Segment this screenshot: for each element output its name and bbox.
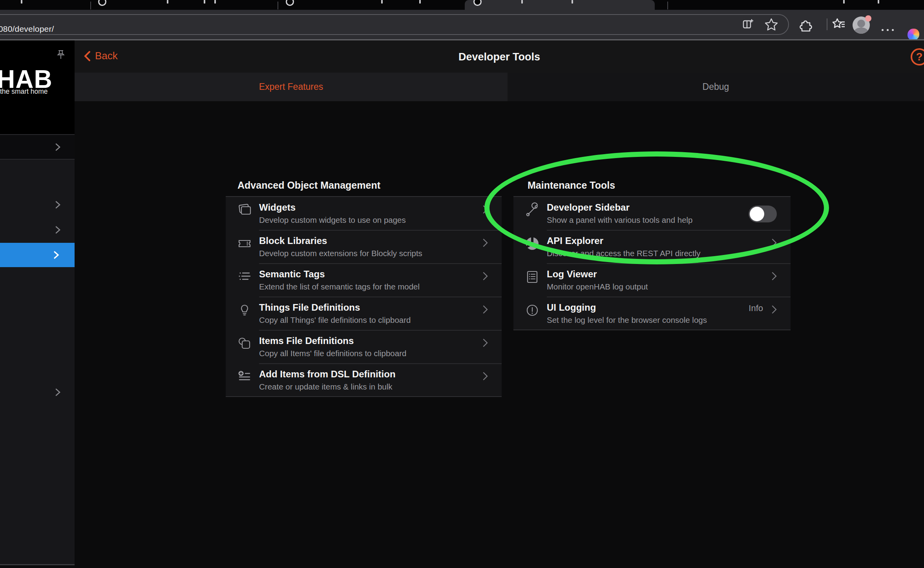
active-browser-tab[interactable] (465, 0, 655, 10)
item-subtitle: Copy all Things' file definitions to cli… (259, 315, 411, 325)
list-item-add-items-dsl[interactable]: Add Items from DSL Definition Create or … (226, 364, 502, 397)
add-items-icon (236, 369, 253, 385)
item-subtitle: Copy all Items' file definitions to clip… (259, 349, 406, 358)
pin-icon[interactable] (55, 49, 67, 61)
tab-title-fragment (843, 0, 845, 4)
tab-separator (278, 2, 278, 9)
chevron-right-icon (480, 237, 491, 248)
alert-circle-icon (524, 302, 541, 319)
logo-tagline: the smart home (0, 87, 48, 96)
extensions-icon[interactable] (798, 17, 813, 32)
tab-label: Expert Features (259, 82, 323, 92)
profile-status-dot (865, 15, 871, 22)
block-libraries-icon (236, 235, 253, 252)
item-subtitle: Develop custom extensions for Blockly sc… (259, 249, 422, 258)
items-file-icon (236, 335, 253, 352)
chevron-right-icon (480, 337, 491, 348)
item-subtitle: Monitor openHAB log output (547, 282, 648, 291)
item-title: Semantic Tags (259, 269, 325, 280)
sidebar-item[interactable] (53, 225, 63, 235)
annotation-ellipse (484, 151, 829, 264)
tab-title-fragment (21, 0, 22, 4)
tab-title-fragment (214, 0, 216, 4)
sidebar-item[interactable] (0, 135, 75, 159)
section-title: Advanced Object Management (237, 180, 380, 191)
sidebar-item-active[interactable] (0, 243, 75, 267)
browser-toolbar: :8080/developer/ (0, 10, 924, 39)
tab-title-fragment (572, 0, 573, 4)
url-text[interactable]: :8080/developer/ (0, 24, 54, 34)
page-header: Back Developer Tools ? (75, 40, 924, 73)
tab-title-fragment (167, 0, 168, 4)
chevron-right-icon (51, 250, 61, 260)
sidebar: HAB the smart home (0, 40, 75, 568)
item-title: Block Libraries (259, 235, 327, 246)
sidebar-item[interactable] (53, 387, 63, 397)
item-subtitle: Create or update items & links in bulk (259, 382, 393, 391)
more-menu-icon[interactable] (880, 26, 895, 33)
page-title: Developer Tools (75, 51, 924, 63)
item-subtitle: Develop custom widgets to use on pages (259, 215, 406, 225)
favorites-list-icon[interactable] (831, 17, 846, 32)
copilot-icon[interactable] (908, 29, 919, 40)
semantic-tags-icon (236, 269, 253, 285)
tab-expert-features[interactable]: Expert Features (75, 73, 508, 101)
sidebar-item[interactable] (53, 200, 63, 210)
sidebar-divider (0, 159, 75, 160)
tab-debug[interactable]: Debug (508, 73, 924, 101)
chevron-right-icon (769, 304, 780, 315)
address-bar[interactable]: :8080/developer/ (0, 14, 789, 35)
item-subtitle: Extend the list of semantic tags for the… (259, 282, 420, 291)
list-item-things-file-definitions[interactable]: Things File Definitions Copy all Things'… (226, 297, 502, 330)
item-value: Info (749, 303, 763, 313)
tab-title-fragment (419, 0, 421, 4)
tab-title-fragment (204, 0, 205, 4)
item-title: UI Logging (547, 302, 596, 313)
sidebar-bottom-strip (0, 565, 75, 568)
tab-favicon-icon[interactable] (98, 0, 106, 6)
logo-area: HAB the smart home (0, 40, 75, 134)
browser-tab-strip (0, 0, 924, 10)
help-label: ? (916, 51, 923, 63)
list-item-widgets[interactable]: Widgets Develop custom widgets to use on… (226, 197, 502, 230)
tab-separator (667, 2, 668, 9)
item-title: Widgets (259, 202, 296, 213)
chevron-right-icon (53, 142, 63, 152)
list-item-ui-logging[interactable]: UI Logging Set the log level for the bro… (513, 297, 791, 330)
chevron-right-icon (769, 271, 780, 282)
tab-title-fragment (521, 0, 523, 4)
tab-favicon-icon[interactable] (286, 0, 294, 6)
tab-separator (90, 2, 91, 9)
openhab-app: HAB the smart home (0, 40, 924, 568)
chevron-right-icon (480, 271, 491, 282)
chevron-right-icon (480, 371, 491, 382)
tab-title-fragment (878, 0, 879, 4)
tab-title-fragment (381, 0, 383, 4)
chevron-right-icon (480, 304, 491, 315)
item-title: Log Viewer (547, 269, 597, 280)
list-item-items-file-definitions[interactable]: Items File Definitions Copy all Items' f… (226, 330, 502, 364)
tab-label: Debug (703, 82, 729, 92)
item-title: Add Items from DSL Definition (259, 369, 396, 380)
widgets-icon (236, 202, 253, 218)
log-viewer-icon (524, 269, 541, 285)
list-item-log-viewer[interactable]: Log Viewer Monitor openHAB log output (513, 264, 791, 297)
item-title: Things File Definitions (259, 302, 360, 313)
list-item-block-libraries[interactable]: Block Libraries Develop custom extension… (226, 230, 502, 264)
list-item-semantic-tags[interactable]: Semantic Tags Extend the list of semanti… (226, 264, 502, 297)
advanced-object-management-list: Widgets Develop custom widgets to use on… (226, 196, 502, 397)
toolbar-divider (827, 18, 827, 30)
bookmark-star-icon[interactable] (764, 17, 779, 32)
item-subtitle: Set the log level for the browser consol… (547, 315, 707, 325)
item-title: Items File Definitions (259, 335, 354, 346)
lightbulb-icon (236, 302, 253, 319)
split-screen-icon[interactable] (741, 17, 756, 32)
